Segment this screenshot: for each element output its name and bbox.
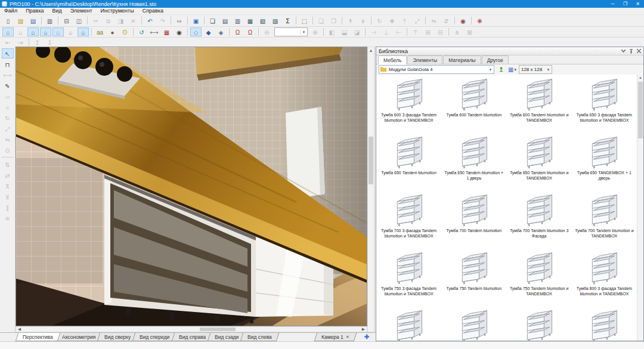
library-collapse-icon[interactable] [620, 48, 627, 54]
pencil-tool[interactable]: ✎ [2, 81, 14, 91]
library-item[interactable]: Тумба 650 TANDEMBOX + 1 дверь [572, 134, 637, 192]
vertical-scroll-thumb[interactable] [369, 137, 373, 184]
library-item[interactable]: Тумба 600 3 фасада Tandem blumotion и TA… [376, 76, 441, 134]
library-item[interactable]: Тумба 600 Tandem blumotion [441, 76, 506, 134]
panel-report-button[interactable]: ▤ [219, 16, 231, 25]
library-item[interactable]: Тумба 700 Tandem blumotion [441, 192, 506, 250]
select-region-button[interactable]: ⬚ [299, 16, 310, 25]
view-tab-5[interactable]: Вид справа [171, 333, 213, 341]
show-hidden-button[interactable]: ◉ [457, 16, 469, 25]
folder-up-icon[interactable]: ↥ [497, 66, 506, 74]
sum-button[interactable]: Σ [282, 16, 293, 25]
library-item[interactable]: Тумба 650 3 фасада Tandem blumotion и TA… [572, 76, 637, 134]
visibility-button[interactable]: ◉ [174, 27, 185, 36]
library-item-partial[interactable] [376, 308, 441, 341]
close-button[interactable]: ✕ [631, 0, 644, 8]
camera-tab[interactable]: Камера 1✕ [314, 333, 357, 341]
maximize-button[interactable]: ❐ [619, 0, 631, 8]
library-item[interactable]: Тумба 700 3 фасада Tandem blumotion и TA… [376, 192, 441, 250]
library-path-combo[interactable]: Модули Gola\Gola 4 ▾ [379, 65, 494, 74]
view-wireframe-button[interactable]: ⌂ [2, 27, 14, 36]
library-item-partial[interactable] [507, 308, 572, 341]
library-item[interactable]: Тумба 750 Tandem blumotion [441, 250, 506, 308]
library-close-icon[interactable] [635, 48, 642, 54]
thumbnail-size-combo[interactable]: 128 x 128 ▾ [519, 65, 552, 74]
add-view-button[interactable]: ✚ [361, 333, 372, 341]
view-contour-edges-button[interactable]: ⌂ [65, 27, 76, 36]
grid-button[interactable]: ▦ [161, 27, 172, 36]
shading-button[interactable]: ● [107, 27, 118, 36]
dimensions-button[interactable]: ⟷ [148, 27, 160, 36]
menu-item-2[interactable]: Правка [21, 8, 48, 14]
scroll-left-icon[interactable]: ◀ [16, 327, 23, 332]
minimize-button[interactable]: ─ [606, 0, 619, 8]
snap-move-button[interactable]: ◈ [215, 27, 227, 36]
print-preview-button[interactable]: ◫ [73, 16, 85, 25]
settings-button[interactable]: ❋ [474, 16, 485, 25]
select-tool[interactable]: ↖ [2, 48, 14, 58]
library-pin-icon[interactable] [627, 48, 634, 54]
library-item[interactable]: Тумба 700 Tandem blumotion и TANDEMBOX [572, 192, 637, 250]
library-tab-4[interactable]: Другое [482, 55, 509, 64]
library-item-partial[interactable] [441, 308, 506, 341]
menu-item-5[interactable]: Инструменты [97, 8, 138, 14]
view-tab-4[interactable]: Вид спереди [132, 333, 177, 341]
undo-button[interactable]: ↶ [144, 16, 156, 25]
view-mode-button[interactable]: ▦ ▾ [508, 66, 516, 73]
presentation-button[interactable]: ▣ [190, 16, 202, 25]
panel-objects-button[interactable]: ▨ [270, 16, 281, 25]
viewport-3d[interactable] [16, 47, 367, 326]
panel-library-button[interactable]: ▥ [232, 16, 243, 25]
library-scroll-thumb[interactable] [638, 82, 643, 138]
magnet-axis-button[interactable]: Ω [244, 27, 256, 36]
library-item[interactable]: Тумба 750 3 фасада Tandem blumotion и TA… [376, 250, 441, 308]
view-solid-edges-button[interactable]: ⌂ [40, 27, 51, 36]
horizontal-scroll-thumb[interactable] [200, 328, 236, 331]
menu-item-3[interactable]: Вид [48, 8, 66, 14]
zoom-level-combo[interactable]: ▾ [274, 27, 308, 36]
library-item[interactable]: Тумба 650 Tandem blumotion + 1 дверь [441, 134, 506, 192]
library-item[interactable]: Тумба 700 Tandem blumotion 3 Фасада [507, 192, 572, 250]
viewport-vertical-scrollbar[interactable]: ▲ [367, 47, 374, 332]
library-item[interactable]: Тумба 750 Tandem blumotion и TANDEMBOX [507, 250, 572, 308]
antialias-button[interactable]: aa [94, 27, 106, 36]
report-button[interactable]: ▥ [44, 16, 55, 25]
scroll-up-icon[interactable]: ▲ [368, 47, 374, 54]
rotate-texture-button[interactable]: ↺ [136, 27, 147, 36]
magnet-button[interactable]: Ω [232, 27, 243, 36]
library-item[interactable]: Тумба 650 Tandem blumotion [376, 134, 441, 192]
view-tab-7[interactable]: Вид слева [240, 333, 279, 341]
print-button[interactable]: ⊟ [61, 16, 72, 25]
furniture-tool[interactable]: ⊓ [2, 59, 14, 69]
view-hidden-lines-button[interactable]: ⌂ [15, 27, 26, 36]
library-tab-1[interactable]: Мебель [378, 55, 407, 64]
viewport-horizontal-scrollbar[interactable]: ◀ ▶ [16, 326, 367, 332]
menu-item-4[interactable]: Элемент [66, 8, 97, 14]
view-contour-button[interactable]: ⌂ [52, 27, 64, 36]
library-item[interactable]: Тумба 600 Tandem blumotion и TANDEMBOX [507, 76, 572, 134]
save-button[interactable]: ▤ [27, 16, 39, 25]
new-button[interactable]: ▯ [2, 16, 14, 25]
panel-properties-button[interactable]: ❏ [207, 16, 218, 25]
panel-structure-button[interactable]: ▧ [257, 16, 268, 25]
link-button[interactable]: ∾ [174, 16, 185, 25]
snap-objects-button[interactable]: ◆ [203, 27, 214, 36]
library-scrollbar[interactable]: ▲ [637, 75, 643, 341]
menu-item-6[interactable]: Справка [138, 8, 168, 14]
library-item[interactable]: Тумба 800 3 фасада Tandem blumotion и TA… [572, 250, 637, 308]
library-tab-3[interactable]: Материалы [443, 55, 481, 64]
light-button[interactable]: ʘ [119, 27, 131, 36]
view-solid-button[interactable]: ⌂ [27, 27, 39, 36]
scroll-up-icon[interactable]: ▲ [637, 75, 643, 81]
library-item[interactable]: Тумба 650 Tandem blumotion и TANDEMBOX [507, 134, 572, 192]
panel-pricelist-button[interactable]: ▦ [244, 16, 256, 25]
library-item-partial[interactable] [572, 308, 637, 341]
view-tab-1[interactable]: Перспектива [16, 333, 60, 341]
close-camera-icon[interactable]: ✕ [346, 335, 349, 339]
view-textured-button[interactable]: ⌂ [78, 27, 89, 36]
view-tab-2[interactable]: Аксонометрия [54, 333, 103, 341]
snap-grid-button[interactable]: ◇ [190, 27, 202, 36]
scroll-right-icon[interactable]: ▶ [360, 327, 367, 332]
open-button[interactable]: ▨ [15, 16, 26, 25]
library-tab-2[interactable]: Элементы [407, 55, 442, 64]
